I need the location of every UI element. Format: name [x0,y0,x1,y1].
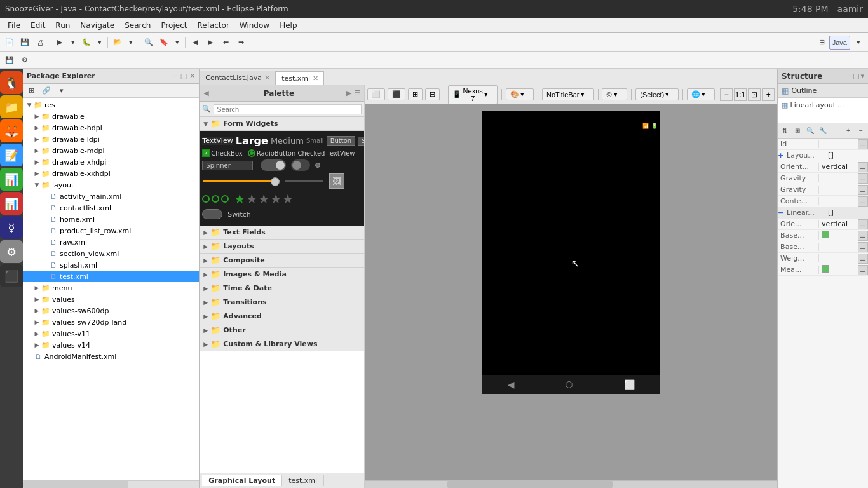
new-button[interactable]: 📄 [3,36,17,50]
structure-menu[interactable]: ▾ [860,72,864,80]
structure-minimize[interactable]: ─ [847,72,851,80]
preview-checkbox[interactable]: ✓ CheckBox [202,149,242,157]
props-sort-btn[interactable]: ⇅ [779,125,790,137]
canvas-layout-btn-2[interactable]: ⬛ [388,88,405,100]
tab-graphical-layout[interactable]: Graphical Layout [202,475,282,486]
prop-btn-gravity1[interactable]: … [858,173,868,184]
palette-arrow-right[interactable]: ▶ [346,89,351,97]
canvas-theme-selector[interactable]: NoTitleBar ▾ [542,88,594,100]
bookmark-dropdown[interactable]: ▾ [172,36,182,50]
dock-impress[interactable]: 📊 [0,192,23,215]
search-button[interactable]: 🔍 [142,36,156,50]
canvas-mode-selector[interactable]: (Select) ▾ [635,88,679,100]
tree-item-drawable-ldpi[interactable]: ▶ 📁 drawable-ldpi [23,133,199,145]
preview-radiobutton[interactable]: RadioButton Checked TextView [248,149,355,157]
open-dropdown[interactable]: ▾ [126,36,136,50]
props-remove-btn[interactable]: − [855,125,867,137]
category-text-fields[interactable]: ▶ 📁 Text Fields [200,226,364,240]
canvas-locale-selector[interactable]: 🌐 ▾ [687,88,715,100]
category-form-widgets[interactable]: ▼ 📁 Form Widgets [200,117,364,131]
nav-recent[interactable]: ⬜ [624,379,635,390]
prop-btn-weig[interactable]: … [858,254,868,264]
tree-item-home[interactable]: 🗋 home.xml [23,214,199,225]
tree-item-drawable-mdpi[interactable]: ▶ 📁 drawable-mdpi [23,145,199,156]
category-images-media[interactable]: ▶ 📁 Images & Media [200,268,364,281]
properties-button[interactable]: ⚙ [18,53,32,67]
dock-firefox[interactable]: 🦊 [0,119,23,142]
pe-close[interactable]: ✕ [189,72,195,80]
debug-dropdown[interactable]: ▾ [95,36,105,50]
pe-menu[interactable]: ▾ [55,84,69,98]
tree-item-contactlist[interactable]: 🗋 contactlist.xml [23,202,199,214]
props-add-btn[interactable]: + [843,125,854,137]
zoom-fit-btn[interactable]: ⊡ [748,88,761,101]
dock-calc[interactable]: 📊 [0,168,23,191]
preview-button[interactable]: Button [327,136,356,146]
tree-item-values[interactable]: ▶ 📁 values [23,294,199,305]
canvas-viewport[interactable]: 📶 🔋 ↖ ◀ ⬡ ⬜ [365,104,777,480]
print-button[interactable]: 🖨 [33,36,47,50]
tree-item-res[interactable]: ▼ 📁 res [23,99,199,111]
tab-contactlist-close[interactable]: ✕ [264,74,270,82]
prop-expand-linear[interactable]: − [778,208,784,217]
prop-btn-orient[interactable]: … [858,162,868,172]
tree-item-raw[interactable]: 🗋 raw.xml [23,236,199,248]
prop-color-mea[interactable] [822,265,829,273]
pe-minimize[interactable]: ─ [173,72,178,80]
menu-run[interactable]: Run [50,20,75,31]
tree-item-drawable-hdpi[interactable]: ▶ 📁 drawable-hdpi [23,122,199,133]
history-back[interactable]: ⬅ [219,36,233,50]
menu-edit[interactable]: Edit [25,20,50,31]
preview-seekbar-right[interactable] [285,180,323,182]
zoom-in-btn[interactable]: + [762,88,775,101]
preview-seekbar[interactable] [203,180,280,182]
open-button[interactable]: 📂 [111,36,125,50]
dock-ubuntu[interactable]: 🐧 [0,71,23,94]
tree-item-test[interactable]: 🗋 test.xml [23,271,199,282]
prop-btn-base1[interactable]: … [858,231,868,241]
pe-link[interactable]: 🔗 [39,84,53,98]
prop-btn-conte[interactable]: … [858,196,868,207]
props-filter-btn[interactable]: 🔍 [804,125,816,137]
debug-button[interactable]: 🐛 [79,36,93,50]
nav-back[interactable]: ◀ [508,379,515,390]
prop-btn-id[interactable]: … [858,139,868,149]
tree-item-splash[interactable]: 🗋 splash.xml [23,259,199,271]
tree-item-values-v11[interactable]: ▶ 📁 values-v11 [23,328,199,339]
dock-files[interactable]: 📁 [0,95,23,118]
dock-eclipse[interactable]: ☿ [0,216,23,239]
tree-item-drawable-xhdpi[interactable]: ▶ 📁 drawable-xhdpi [23,156,199,168]
toggle-res[interactable]: ▼ [25,102,33,108]
tab-contactlist[interactable]: ContactList.java ✕ [200,71,276,85]
forward-button[interactable]: ▶ [203,36,217,50]
menu-search[interactable]: Search [119,20,156,31]
tree-item-product-list-row[interactable]: 🗋 product_list_row.xml [23,225,199,236]
category-other[interactable]: ▶ 📁 Other [200,323,364,337]
canvas-horizontal-scrollbar[interactable] [365,480,777,488]
back-button[interactable]: ◀ [188,36,202,50]
pe-maximize[interactable]: □ [180,72,187,80]
canvas-config-selector[interactable]: 🎨 ▾ [506,88,534,100]
tree-item-values-v14[interactable]: ▶ 📁 values-v14 [23,339,199,351]
palette-arrow-left[interactable]: ◀ [203,89,208,97]
perspective-more[interactable]: ▾ [851,36,865,50]
nav-home[interactable]: ⬡ [565,379,573,390]
preview-toggle-on[interactable] [261,159,286,171]
category-composite[interactable]: ▶ 📁 Composite [200,254,364,268]
zoom-100-btn[interactable]: 1:1 [734,88,747,101]
pe-collapse[interactable]: ⊞ [24,84,38,98]
menu-project[interactable]: Project [156,20,192,31]
tree-item-values-sw600dp[interactable]: ▶ 📁 values-sw600dp [23,305,199,316]
canvas-layout-btn-3[interactable]: ⊞ [408,88,423,100]
save-all-button[interactable]: 💾 [3,53,17,67]
bookmark-button[interactable]: 🔖 [157,36,171,50]
props-category-btn[interactable]: ⊞ [792,125,803,137]
prop-btn-base2[interactable]: … [858,242,868,252]
palette-menu-btn[interactable]: ☰ [354,89,360,97]
category-custom-library[interactable]: ▶ 📁 Custom & Library Views [200,337,364,351]
canvas-activity-selector[interactable]: © ▾ [602,88,627,100]
preview-imagebutton[interactable]: 🖼 [329,173,344,189]
run-dropdown[interactable]: ▾ [68,36,78,50]
tree-item-menu[interactable]: ▶ 📁 menu [23,282,199,294]
category-layouts[interactable]: ▶ 📁 Layouts [200,240,364,254]
